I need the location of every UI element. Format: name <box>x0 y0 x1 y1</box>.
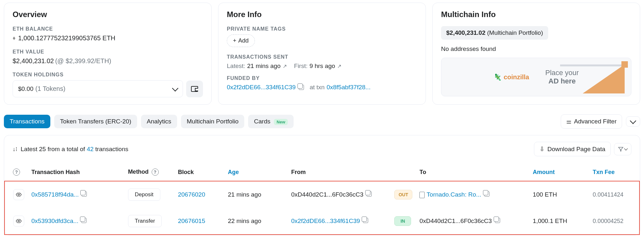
coinzilla-logo: 🦎coinzilla <box>494 73 529 81</box>
multichain-title: Multichain Info <box>441 10 631 19</box>
overview-card: Overview ETH BALANCE ♦ 1,000.12777523219… <box>4 3 212 105</box>
tab-analytics[interactable]: Analytics <box>141 115 177 128</box>
col-method: Method ? <box>125 163 175 181</box>
funded-by-address-link[interactable]: 0x2f2dDE66...334f61C39 <box>227 84 296 91</box>
chevron-down-icon <box>172 85 178 92</box>
eth-value: $2,400,231.02 (@ $2,399.92/ETH) <box>13 57 203 65</box>
more-info-title: More Info <box>227 10 417 19</box>
direction-badge: IN <box>394 216 411 226</box>
col-from: From <box>288 163 391 181</box>
col-fee[interactable]: Txn Fee <box>589 163 639 181</box>
token-holdings-label: TOKEN HOLDINGS <box>13 72 203 78</box>
age-value: 22 mins ago <box>225 208 288 235</box>
chevron-down-icon <box>630 118 636 124</box>
eth-value-label: ETH VALUE <box>13 49 203 55</box>
copy-icon[interactable] <box>81 218 86 223</box>
overview-title: Overview <box>13 10 203 19</box>
tab-cards[interactable]: Cards New <box>248 115 294 128</box>
arrow-out-icon[interactable]: ↗ <box>337 63 341 69</box>
copy-icon[interactable] <box>495 218 500 223</box>
chevron-down-icon <box>624 147 628 150</box>
eth-balance-label: ETH BALANCE <box>13 26 203 32</box>
tab-token-transfers[interactable]: Token Transfers (ERC-20) <box>54 115 137 128</box>
block-link[interactable]: 20676015 <box>178 218 205 224</box>
arrow-out-icon[interactable]: ↗ <box>283 63 287 69</box>
fee-value: 0.00004252 <box>593 218 623 224</box>
help-icon[interactable]: ? <box>152 169 159 176</box>
col-to: To <box>416 163 529 181</box>
view-details-button[interactable] <box>13 189 24 200</box>
add-tag-button[interactable]: + Add <box>227 34 255 47</box>
tx-sent-label: TRANSACTIONS SENT <box>227 54 417 60</box>
col-block: Block <box>175 163 225 181</box>
eye-icon <box>16 219 22 223</box>
copy-icon[interactable] <box>363 218 368 223</box>
tx-hash-link[interactable]: 0x53930dfd3ca... <box>31 218 78 224</box>
multichain-portfolio-pill[interactable]: $2,400,231.02 (Multichain Portfolio) <box>441 26 548 40</box>
from-address[interactable]: 0x2f2dDE66...334f61C39 <box>291 218 360 224</box>
no-addresses-text: No addresses found <box>441 45 631 53</box>
ad-banner[interactable]: 🦎coinzilla Place your AD here <box>441 58 631 96</box>
ad-text: Place your AD here <box>545 69 579 86</box>
tx-sent-values: Latest: 21 mins ago ↗ First: 9 hrs ago ↗ <box>227 63 417 70</box>
table-row: 0x585718f94da... Deposit 20676020 21 min… <box>5 181 639 208</box>
tx-hash-link[interactable]: 0x585718f94da... <box>31 191 79 198</box>
copy-icon[interactable] <box>484 191 489 197</box>
private-tags-label: PRIVATE NAME TAGS <box>227 26 417 32</box>
table-summary: Latest 25 from a total of 42 transaction… <box>21 146 128 153</box>
multichain-card: Multichain Info $2,400,231.02 (Multichai… <box>432 3 640 105</box>
wallet-icon <box>191 86 198 92</box>
eth-diamond-icon: ♦ <box>13 35 15 42</box>
funded-by-txn-link[interactable]: 0x8f5abf37f28... <box>327 84 370 91</box>
sort-icon[interactable]: ↓⁝ <box>13 146 17 153</box>
copy-icon[interactable] <box>367 191 372 197</box>
more-info-card: More Info PRIVATE NAME TAGS + Add TRANSA… <box>218 3 426 105</box>
download-page-data-button[interactable]: ⇩ Download Page Data <box>534 142 611 156</box>
col-amount[interactable]: Amount <box>529 163 589 181</box>
transactions-table-section: ↓⁝ Latest 25 from a total of 42 transact… <box>4 135 640 235</box>
document-icon <box>419 192 425 198</box>
svg-point-0 <box>18 194 20 196</box>
advanced-filter-chevron[interactable] <box>626 116 640 127</box>
eth-balance-value: ♦ 1,000.127775232199053765 ETH <box>13 34 203 42</box>
from-address: 0xD440d2C1...6F0c36cC3 <box>291 191 363 198</box>
col-hash: Transaction Hash <box>28 163 125 181</box>
svg-point-1 <box>18 220 20 222</box>
amount-value: 1,000.1 ETH <box>529 208 589 235</box>
tabs-row: Transactions Token Transfers (ERC-20) An… <box>0 105 644 129</box>
column-filter-button[interactable] <box>614 143 631 155</box>
plus-icon: + <box>233 37 236 44</box>
to-address: 0xD440d2C1...6F0c36cC3 <box>419 218 492 224</box>
help-icon[interactable]: ? <box>13 169 20 176</box>
method-pill: Transfer <box>128 215 162 227</box>
download-icon: ⇩ <box>539 145 545 153</box>
amount-value: 100 ETH <box>529 181 589 208</box>
funnel-icon <box>618 147 623 152</box>
tab-transactions[interactable]: Transactions <box>4 115 50 128</box>
copy-icon[interactable] <box>82 191 87 197</box>
total-tx-link[interactable]: 42 <box>87 146 94 152</box>
block-link[interactable]: 20676020 <box>178 191 205 198</box>
advanced-filter-button[interactable]: ⚌ Advanced Filter <box>561 114 622 129</box>
eye-icon <box>16 193 22 197</box>
token-holdings-dropdown[interactable]: $0.00 (1 Tokens) <box>13 80 183 97</box>
method-pill: Deposit <box>128 189 160 201</box>
age-value: 21 mins ago <box>225 181 288 208</box>
copy-icon[interactable] <box>299 85 304 90</box>
to-address[interactable]: Tornado.Cash: Ro... <box>427 191 481 198</box>
fee-value: 0.00411424 <box>593 191 623 198</box>
funded-by-value: 0x2f2dDE66...334f61C39 at txn 0x8f5abf37… <box>227 84 417 91</box>
new-badge: New <box>274 119 288 125</box>
view-details-button[interactable] <box>13 216 24 227</box>
transactions-table: ? Transaction Hash Method ? Block Age Fr… <box>4 163 640 235</box>
direction-badge: OUT <box>394 190 412 199</box>
funded-by-label: FUNDED BY <box>227 75 417 81</box>
col-age[interactable]: Age <box>225 163 288 181</box>
table-row: 0x53930dfd3ca... Transfer 20676015 22 mi… <box>5 208 639 235</box>
tab-multichain-portfolio[interactable]: Multichain Portfolio <box>181 115 245 128</box>
wallet-button[interactable] <box>186 81 203 97</box>
filter-sliders-icon: ⚌ <box>566 118 571 125</box>
